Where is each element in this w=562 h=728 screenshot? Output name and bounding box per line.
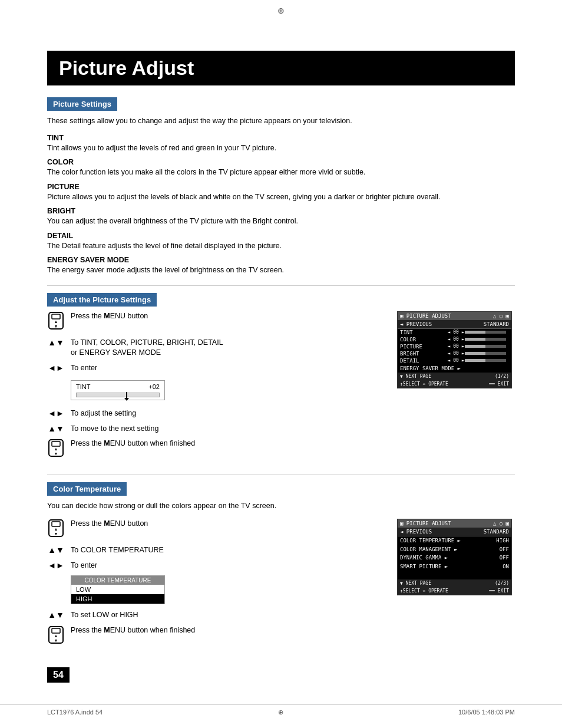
instr-row-menu-2: ▲ ▼ Press the MENU button when finished — [47, 439, 385, 460]
footer-center: ⊕ — [278, 709, 283, 716]
setting-color: COLOR The color function lets you make a… — [47, 158, 515, 178]
menu-page-info-1: (1/2) — [495, 374, 509, 379]
content-area: Picture Settings These settings allow yo… — [47, 97, 515, 683]
menu-row-tint: TINT ◄ 00 ► — [398, 329, 511, 336]
setting-energy-saver-label: ENERGY SAVER MODE — [47, 256, 515, 264]
instr-row-ct-updown: ▲▼ To COLOR TEMPERATURE — [47, 545, 385, 556]
footer-left: LCT1976 A.indd 54 — [47, 709, 103, 716]
menu-title-1: ▣ PICTURE ADJUST — [400, 313, 451, 319]
footer-right: 10/6/05 1:48:03 PM — [458, 709, 515, 716]
instr-text-menu-1: Press the MENU button — [71, 311, 385, 322]
tint-slider — [76, 393, 160, 397]
setting-bright-desc: You can adjust the overall brightness of… — [47, 217, 298, 225]
tint-box: TINT +02 — [71, 380, 165, 400]
menu-ct-label: COLOR TEMPERATURE ► — [400, 537, 461, 545]
menu-next-page-2: ▼ NEXT PAGE — [400, 581, 431, 586]
menu-cm-label: COLOR MANAGEMENT ► — [400, 546, 458, 554]
menu-row-cm: COLOR MANAGEMENT ► OFF — [398, 545, 511, 554]
instr-row-leftright-1: ◄► To enter — [47, 363, 385, 374]
menu-row-ct: COLOR TEMPERATURE ► HIGH — [398, 536, 511, 545]
instr-text-ct-leftright: To enter — [71, 561, 385, 571]
menu-screenshot-2-box: ▣ PICTURE ADJUST △ ○ ▣ ◄ PREVIOUS STANDA… — [397, 519, 512, 595]
menu-color-ctrl: ◄ 00 ► — [447, 337, 465, 342]
page-number: 54 — [47, 667, 70, 683]
tint-slider-triangle — [124, 398, 129, 401]
menu-standard-1: STANDARD — [484, 321, 509, 327]
divider-1 — [47, 285, 515, 286]
menu-screenshot-1: ▣ PICTURE ADJUST △ ○ ▣ ◄ PREVIOUS STANDA… — [397, 311, 515, 466]
page-container: ⊕ Picture Adjust Picture Settings These … — [0, 0, 562, 728]
color-temp-low: LOW — [71, 585, 164, 594]
menu-picture-label: PICTURE — [400, 344, 447, 350]
ct-menu-icon-1: ▲ ▼ — [47, 519, 65, 541]
picture-settings-header: Picture Settings — [47, 97, 117, 111]
divider-2 — [47, 475, 515, 475]
svg-text:▲: ▲ — [54, 319, 58, 324]
instr-text-updown-2: To move to the next setting — [71, 424, 385, 434]
setting-detail-label: DETAIL — [47, 232, 515, 240]
menu-title-2: ▣ PICTURE ADJUST — [400, 521, 451, 526]
color-temp-display: COLOR TEMPERATURE LOW HIGH — [71, 575, 385, 604]
menu-page-info-2: (2/3) — [495, 581, 509, 586]
svg-text:▲: ▲ — [54, 634, 58, 638]
menu-icons-1: △ ○ ▣ — [493, 313, 509, 319]
menu-header-row-2: ◄ PREVIOUS STANDARD — [398, 528, 511, 536]
menu-bright-label: BRIGHT — [400, 351, 447, 357]
menu-icon-1: ▲ ▼ — [47, 311, 65, 333]
menu-dg-value: OFF — [500, 554, 509, 562]
ct-leftright-icon: ◄► — [47, 561, 65, 570]
leftright-arrow-icon-2: ◄► — [47, 409, 65, 418]
setting-tint: TINT Tint allows you to adjust the level… — [47, 134, 515, 154]
menu-bright-bar — [465, 352, 506, 355]
instr-row-updown-1: ▲▼ To TINT, COLOR, PICTURE, BRIGHT, DETA… — [47, 338, 385, 358]
menu-tint-label: TINT — [400, 330, 447, 335]
menu-previous-1: ◄ PREVIOUS — [400, 321, 432, 327]
setting-picture-desc: Picture allows you to adjust the levels … — [47, 193, 440, 201]
instr-row-menu-1: ▲ ▼ Press the MENU button — [47, 311, 385, 333]
updown-arrow-icon-1: ▲▼ — [47, 338, 65, 347]
menu-bright-ctrl: ◄ 00 ► — [447, 351, 465, 356]
menu-ct-value: HIGH — [496, 537, 509, 545]
menu-row-sp: SMART PICTURE ► ON — [398, 562, 511, 571]
menu-icons-2: △ ○ ▣ — [493, 521, 509, 526]
instr-row-ct-set: ▲▼ To set LOW or HIGH — [47, 610, 385, 621]
instr-text-leftright-2: To adjust the setting — [71, 409, 385, 419]
menu-icon-2: ▲ ▼ — [47, 439, 65, 460]
ct-updown-icon: ▲▼ — [47, 545, 65, 555]
updown-arrow-icon-2: ▲▼ — [47, 424, 65, 433]
setting-color-label: COLOR — [47, 158, 515, 166]
tint-label: TINT — [76, 383, 90, 390]
adjust-picture-section: Adjust the Picture Settings ▲ ▼ — [47, 293, 515, 466]
color-temp-section: Color Temperature You can decide how str… — [47, 482, 515, 651]
svg-text:▼: ▼ — [54, 532, 58, 536]
svg-text:▲: ▲ — [54, 527, 58, 531]
setting-energy-saver-desc: The energy saver mode adjusts the level … — [47, 266, 284, 274]
registration-mark-top: ⊕ — [0, 0, 562, 15]
menu-footer-1: ▼ NEXT PAGE (1/2) — [398, 373, 511, 380]
page-footer: LCT1976 A.indd 54 ⊕ 10/6/05 1:48:03 PM — [0, 704, 562, 716]
setting-bright: BRIGHT You can adjust the overall bright… — [47, 207, 515, 227]
menu-picture-ctrl: ◄ 00 ► — [447, 344, 465, 349]
svg-rect-5 — [52, 442, 60, 446]
color-temp-desc: You can decide how strong or dull the co… — [47, 500, 515, 512]
instr-text-menu-2: Press the MENU button when finished — [71, 439, 385, 449]
instr-row-leftright-2: ◄► To adjust the setting — [47, 409, 385, 419]
menu-sp-label: SMART PICTURE ► — [400, 563, 448, 571]
instr-text-updown-1: To TINT, COLOR, PICTURE, BRIGHT, DETAILo… — [71, 338, 385, 358]
setting-picture-label: PICTURE — [47, 183, 515, 191]
menu-row-dg: DYNAMIC GAMMA ► OFF — [398, 554, 511, 562]
color-temp-instructions: ▲ ▼ Press the MENU button ▲▼ To COLOR TE… — [47, 519, 385, 652]
instr-row-ct-leftright: ◄► To enter — [47, 561, 385, 571]
page-title: Picture Adjust — [59, 57, 503, 80]
menu-row-detail: DETAIL ◄ 00 ► — [398, 357, 511, 364]
menu-detail-label: DETAIL — [400, 358, 447, 364]
menu-next-page-1: ▼ NEXT PAGE — [400, 374, 431, 379]
menu-previous-2: ◄ PREVIOUS — [400, 529, 432, 535]
setting-detail-desc: The Detail feature adjusts the level of … — [47, 242, 282, 250]
picture-settings-section: Picture Settings These settings allow yo… — [47, 97, 515, 276]
adjust-picture-header: Adjust the Picture Settings — [47, 293, 157, 307]
svg-text:▼: ▼ — [54, 324, 58, 328]
instr-text-ct-set: To set LOW or HIGH — [71, 610, 385, 621]
menu-select-1: ↕SELECT ↔ OPERATE — [400, 381, 448, 387]
instr-row-ct-menu-1: ▲ ▼ Press the MENU button — [47, 519, 385, 541]
